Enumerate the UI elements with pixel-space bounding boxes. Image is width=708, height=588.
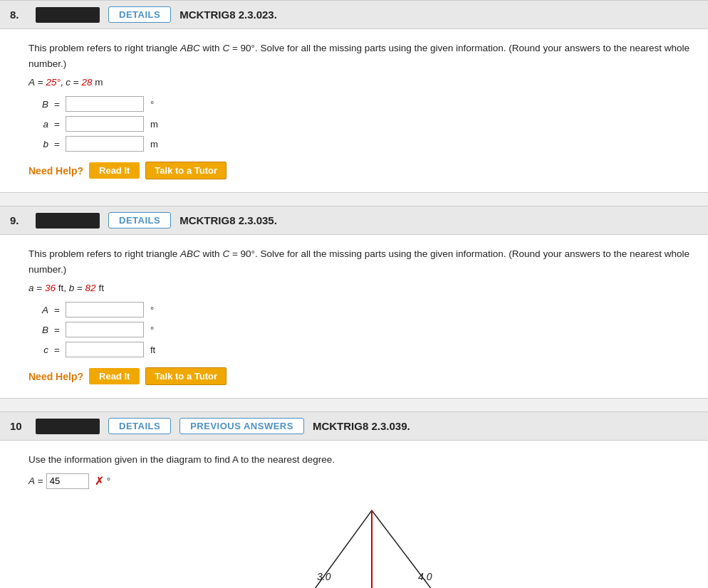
problem-8-id-block xyxy=(36,7,100,23)
problem-10-answer-label: A = xyxy=(28,476,43,486)
problem-9-code: MCKTRIG8 2.3.035. xyxy=(179,214,277,226)
problem-10-details-button[interactable]: DETAILS xyxy=(108,418,171,434)
problem-8-input-b-field[interactable] xyxy=(66,136,144,152)
problem-9-input-B-field[interactable] xyxy=(66,322,144,337)
problem-8-label-b: b xyxy=(28,139,48,149)
problem-10-answer-input[interactable] xyxy=(46,473,89,489)
problem-9-talk-tutor-button[interactable]: Talk to a Tutor xyxy=(145,367,227,385)
problem-8-input-B-field[interactable] xyxy=(66,96,144,112)
svg-marker-0 xyxy=(286,510,461,588)
problem-9-input-A: A = ° xyxy=(28,302,694,317)
problem-10-diagram: 3.0 4.0 A 30° xyxy=(28,496,694,588)
problem-9-id-block xyxy=(36,213,100,229)
problem-10-id-block xyxy=(36,419,100,434)
problem-8: 8. DETAILS MCKTRIG8 2.3.023. This proble… xyxy=(0,0,708,193)
problem-10-code: MCKTRIG8 2.3.039. xyxy=(313,420,410,432)
problem-10-header: 10 DETAILS PREVIOUS ANSWERS MCKTRIG8 2.3… xyxy=(0,411,708,441)
problem-10-number: 10 xyxy=(10,420,27,432)
problem-8-given: A = 25°, c = 28 m xyxy=(28,77,694,88)
problem-9-input-c: c = ft xyxy=(28,342,694,357)
problem-8-header: 8. DETAILS MCKTRIG8 2.3.023. xyxy=(0,0,708,29)
problem-8-code: MCKTRIG8 2.3.023. xyxy=(179,9,277,21)
problem-9-input-B: B = ° xyxy=(28,322,694,337)
problem-10-diagram-svg: 3.0 4.0 A 30° xyxy=(247,496,475,588)
problem-8-input-a-field[interactable] xyxy=(66,116,144,132)
problem-9-description: This problem refers to right triangle AB… xyxy=(28,246,694,277)
problem-10: 10 DETAILS PREVIOUS ANSWERS MCKTRIG8 2.3… xyxy=(0,411,708,588)
problem-8-description: This problem refers to right triangle AB… xyxy=(28,41,694,71)
problem-8-label-a: a xyxy=(28,119,48,130)
problem-8-talk-tutor-button[interactable]: Talk to a Tutor xyxy=(145,162,227,179)
problem-9-header: 9. DETAILS MCKTRIG8 2.3.035. xyxy=(0,206,708,235)
problem-9-input-c-field[interactable] xyxy=(66,342,144,357)
right-side-label: 4.0 xyxy=(418,571,432,582)
problem-8-details-button[interactable]: DETAILS xyxy=(108,6,171,23)
problem-9-label-c: c xyxy=(28,345,48,355)
left-side-label: 3.0 xyxy=(317,571,331,582)
problem-8-label-B: B xyxy=(28,99,48,110)
problem-8-body: This problem refers to right triangle AB… xyxy=(0,29,708,193)
problem-8-input-B: B = ° xyxy=(28,96,694,112)
problem-9-label-B: B xyxy=(28,325,48,335)
problem-9-input-A-field[interactable] xyxy=(66,302,144,317)
problem-10-wrong-icon: ✗ xyxy=(95,474,104,488)
problem-9: 9. DETAILS MCKTRIG8 2.3.035. This proble… xyxy=(0,206,708,399)
problem-9-read-it-button[interactable]: Read It xyxy=(89,368,140,384)
problem-10-answer-unit: ° xyxy=(107,476,110,486)
problem-8-need-help-row: Need Help? Read It Talk to a Tutor xyxy=(28,162,694,179)
problem-9-number: 9. xyxy=(10,214,27,226)
problem-8-read-it-button[interactable]: Read It xyxy=(89,162,140,179)
problem-10-answer-row: A = ✗ ° xyxy=(28,473,694,489)
problem-9-body: This problem refers to right triangle AB… xyxy=(0,235,708,399)
problem-9-given: a = 36 ft, b = 82 ft xyxy=(28,283,694,293)
problem-8-input-a: a = m xyxy=(28,116,694,132)
problem-9-need-help-label: Need Help? xyxy=(28,371,83,382)
problem-8-input-b: b = m xyxy=(28,136,694,152)
problem-8-number: 8. xyxy=(10,9,27,21)
problem-10-description: Use the information given in the diagram… xyxy=(28,452,694,468)
problem-10-prev-answers-button[interactable]: PREVIOUS ANSWERS xyxy=(179,418,304,434)
problem-10-body: Use the information given in the diagram… xyxy=(0,441,708,588)
problem-9-details-button[interactable]: DETAILS xyxy=(108,212,171,229)
problem-9-need-help-row: Need Help? Read It Talk to a Tutor xyxy=(28,367,694,385)
problem-9-label-A: A xyxy=(28,305,48,315)
problem-8-need-help-label: Need Help? xyxy=(28,165,83,177)
